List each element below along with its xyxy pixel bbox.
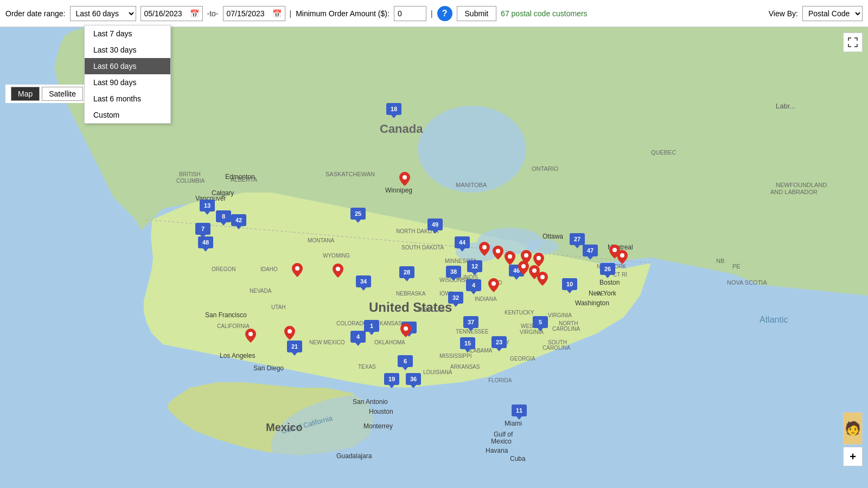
min-order-label: Minimum Order Amount ($): bbox=[296, 9, 390, 18]
date-range-select[interactable]: Last 7 days Last 30 days Last 60 days La… bbox=[70, 6, 136, 21]
red-marker[interactable] bbox=[505, 251, 515, 267]
blue-marker[interactable]: 11 bbox=[512, 404, 527, 416]
min-order-input[interactable] bbox=[394, 6, 426, 21]
blue-marker[interactable]: 38 bbox=[446, 266, 461, 278]
blue-marker[interactable]: 49 bbox=[427, 219, 443, 230]
blue-marker[interactable]: 48 bbox=[198, 236, 213, 248]
svg-text:Los Angeles: Los Angeles bbox=[220, 352, 255, 359]
location-pin-icon bbox=[493, 246, 503, 260]
end-date-wrap: 📅 bbox=[223, 6, 285, 21]
location-pin-icon bbox=[479, 242, 490, 256]
blue-marker[interactable]: 15 bbox=[460, 337, 475, 349]
start-date-input[interactable] bbox=[144, 9, 188, 18]
blue-marker[interactable]: 36 bbox=[406, 373, 421, 385]
dropdown-item-last6months[interactable]: Last 6 months bbox=[85, 91, 170, 107]
blue-marker[interactable]: 37 bbox=[463, 316, 478, 328]
svg-text:ONTARIO: ONTARIO bbox=[532, 165, 559, 172]
red-marker[interactable] bbox=[400, 323, 411, 339]
map-tab-map[interactable]: Map bbox=[11, 87, 40, 101]
red-marker[interactable] bbox=[493, 246, 503, 261]
svg-text:ARKANSAS: ARKANSAS bbox=[450, 364, 480, 370]
dropdown-item-last30[interactable]: Last 30 days bbox=[85, 42, 170, 58]
dropdown-item-custom[interactable]: Custom bbox=[85, 107, 170, 123]
end-date-calendar-icon[interactable]: 📅 bbox=[272, 9, 282, 18]
help-button[interactable]: ? bbox=[437, 6, 452, 21]
red-marker[interactable] bbox=[292, 263, 303, 279]
blue-marker[interactable]: 1 bbox=[364, 320, 379, 332]
location-pin-icon bbox=[333, 264, 343, 278]
toolbar: Order date range: Last 7 days Last 30 da… bbox=[0, 0, 868, 27]
view-by-wrap: View By: Postal Code State City Country bbox=[769, 6, 863, 21]
blue-marker[interactable]: 42 bbox=[231, 214, 246, 226]
svg-point-99 bbox=[612, 248, 617, 252]
location-pin-icon bbox=[292, 263, 303, 277]
blue-marker[interactable]: 8 bbox=[216, 210, 231, 222]
blue-marker[interactable]: 26 bbox=[600, 263, 615, 275]
blue-marker[interactable]: 18 bbox=[386, 103, 401, 115]
blue-marker[interactable]: 4 bbox=[350, 331, 366, 343]
svg-text:KENTUCKY: KENTUCKY bbox=[505, 310, 534, 316]
blue-marker[interactable]: 5 bbox=[533, 316, 548, 328]
blue-marker[interactable]: 44 bbox=[455, 236, 470, 248]
svg-point-94 bbox=[537, 256, 541, 260]
dropdown-item-last7[interactable]: Last 7 days bbox=[85, 25, 170, 42]
blue-marker[interactable]: 34 bbox=[356, 275, 371, 287]
blue-marker[interactable]: 25 bbox=[350, 208, 366, 220]
svg-text:Cuba: Cuba bbox=[510, 455, 526, 463]
svg-text:TEXAS: TEXAS bbox=[358, 364, 376, 370]
blue-marker[interactable]: 32 bbox=[448, 292, 463, 304]
submit-button[interactable]: Submit bbox=[457, 6, 497, 21]
blue-marker[interactable]: 23 bbox=[492, 336, 507, 348]
svg-text:Labr...: Labr... bbox=[776, 102, 795, 110]
svg-text:PE: PE bbox=[732, 263, 741, 269]
svg-point-101 bbox=[248, 332, 253, 336]
blue-marker[interactable]: 10 bbox=[562, 278, 577, 290]
svg-point-87 bbox=[403, 175, 407, 179]
red-marker[interactable] bbox=[245, 329, 256, 344]
view-by-select[interactable]: Postal Code State City Country bbox=[802, 6, 863, 21]
streetview-button[interactable]: 🧑 bbox=[843, 412, 863, 445]
red-marker[interactable] bbox=[488, 278, 499, 294]
postal-count: 67 postal code customers bbox=[501, 9, 588, 18]
dropdown-item-last60[interactable]: Last 60 days bbox=[85, 58, 170, 74]
svg-text:BRITISH: BRITISH bbox=[179, 171, 200, 177]
location-pin-icon bbox=[537, 272, 548, 286]
blue-marker[interactable]: 19 bbox=[384, 373, 399, 385]
svg-text:COLUMBIA: COLUMBIA bbox=[176, 178, 205, 184]
red-marker[interactable] bbox=[479, 242, 490, 258]
blue-marker[interactable]: 47 bbox=[583, 245, 598, 256]
svg-text:Washington: Washington bbox=[575, 299, 609, 307]
svg-point-102 bbox=[288, 329, 292, 333]
blue-marker[interactable]: 28 bbox=[399, 266, 414, 278]
svg-text:OREGON: OREGON bbox=[212, 266, 235, 272]
red-marker[interactable] bbox=[617, 250, 628, 266]
fullscreen-button[interactable] bbox=[843, 33, 863, 52]
blue-marker[interactable]: 7 bbox=[195, 223, 210, 235]
dropdown-item-last90[interactable]: Last 90 days bbox=[85, 74, 170, 91]
red-marker[interactable] bbox=[537, 272, 548, 287]
red-marker[interactable] bbox=[399, 172, 410, 188]
map-tab-satellite[interactable]: Satellite bbox=[42, 87, 83, 101]
blue-marker[interactable]: 21 bbox=[287, 341, 302, 352]
blue-marker[interactable]: 12 bbox=[467, 260, 482, 272]
end-date-input[interactable] bbox=[227, 9, 270, 18]
svg-text:KANSAS: KANSAS bbox=[380, 320, 402, 326]
red-marker[interactable] bbox=[333, 264, 343, 279]
red-marker[interactable] bbox=[284, 326, 295, 342]
blue-marker[interactable]: 4 bbox=[466, 279, 481, 291]
location-pin-icon bbox=[617, 250, 628, 264]
blue-marker[interactable]: 13 bbox=[200, 200, 215, 211]
zoom-in-button[interactable]: + bbox=[843, 447, 863, 466]
svg-point-98 bbox=[492, 281, 496, 286]
svg-text:GEORGIA: GEORGIA bbox=[510, 356, 535, 362]
svg-text:Miami: Miami bbox=[505, 420, 522, 427]
svg-point-100 bbox=[620, 253, 624, 258]
svg-text:SASKATCHEWAN: SASKATCHEWAN bbox=[326, 171, 375, 177]
start-date-calendar-icon[interactable]: 📅 bbox=[190, 9, 199, 18]
streetview-icon: 🧑 bbox=[845, 421, 861, 436]
blue-marker[interactable]: 6 bbox=[398, 355, 413, 367]
red-marker[interactable] bbox=[518, 261, 529, 277]
blue-marker[interactable]: 27 bbox=[570, 233, 585, 245]
fullscreen-icon bbox=[847, 37, 858, 48]
svg-text:Havana: Havana bbox=[486, 447, 508, 454]
